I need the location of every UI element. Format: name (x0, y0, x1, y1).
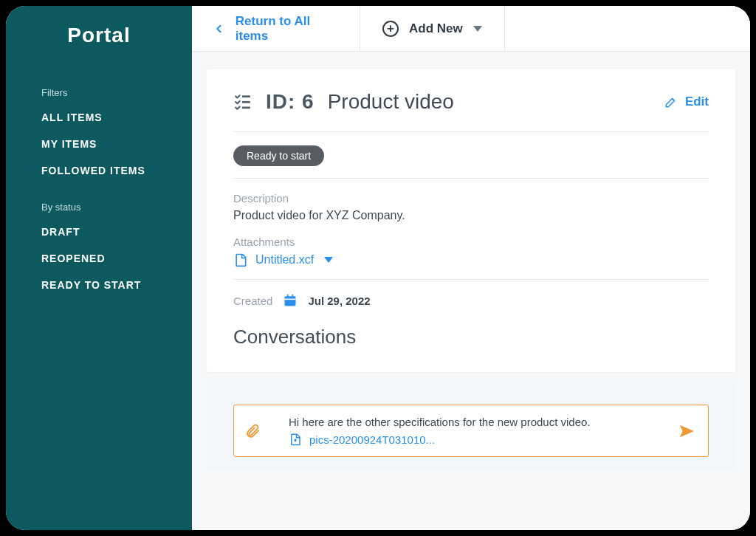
chevron-down-icon (324, 257, 333, 263)
add-new-button[interactable]: + Add New (360, 6, 505, 51)
plus-circle-icon: + (382, 21, 399, 37)
calendar-icon (283, 293, 298, 308)
message-text: Hi here are the other specifications for… (271, 416, 668, 428)
message-file-link[interactable]: pics-20200924T031010... (271, 433, 668, 446)
svg-rect-3 (285, 296, 296, 306)
file-icon (289, 433, 302, 446)
paperclip-icon[interactable] (244, 423, 261, 439)
edit-label: Edit (685, 95, 709, 109)
send-icon[interactable] (678, 423, 695, 439)
chevron-left-icon (213, 22, 225, 35)
sidebar-item-followed-items[interactable]: FOLLOWED ITEMS (6, 157, 192, 184)
sidebar-item-ready-to-start[interactable]: READY TO START (6, 272, 192, 298)
title-row: ID: 6 Product video Edit (233, 90, 709, 114)
conversations-heading: Conversations (233, 326, 709, 348)
edit-button[interactable]: Edit (664, 95, 709, 109)
message-input-box[interactable]: Hi here are the other specifications for… (233, 405, 709, 457)
attachment-link[interactable]: Untitled.xcf (233, 252, 709, 267)
svg-rect-5 (287, 295, 289, 298)
file-icon (233, 252, 248, 267)
checklist-icon (233, 92, 252, 111)
sidebar: Portal Filters ALL ITEMS MY ITEMS FOLLOW… (6, 6, 192, 530)
svg-rect-0 (242, 95, 250, 97)
conversations-panel: Hi here are the other specifications for… (207, 379, 735, 469)
filters-heading: Filters (6, 83, 192, 104)
svg-rect-6 (292, 295, 294, 298)
topbar: Return to All items + Add New (192, 6, 750, 52)
divider (233, 131, 709, 132)
sidebar-logo: Portal (6, 24, 192, 47)
status-badge: Ready to start (233, 145, 324, 166)
message-file-name: pics-20200924T031010... (309, 433, 435, 446)
description-text: Product video for XYZ Company. (233, 209, 709, 222)
item-id-label: ID: 6 (266, 90, 315, 114)
item-card: ID: 6 Product video Edit Ready to start … (207, 69, 735, 372)
status-heading: By status (6, 197, 192, 219)
description-heading: Description (233, 192, 709, 205)
sidebar-item-all-items[interactable]: ALL ITEMS (6, 104, 192, 131)
pencil-icon (664, 95, 678, 109)
svg-rect-2 (242, 107, 250, 109)
sidebar-item-reopened[interactable]: REOPENED (6, 245, 192, 272)
divider (233, 279, 709, 280)
divider (233, 178, 709, 179)
chevron-down-icon (473, 26, 482, 32)
attachments-heading: Attachments (233, 236, 709, 248)
svg-rect-1 (242, 101, 250, 103)
attachment-name: Untitled.xcf (255, 253, 314, 267)
message-body: Hi here are the other specifications for… (271, 416, 668, 446)
created-row: Created Jul 29, 2022 (233, 293, 709, 308)
return-to-all-items-button[interactable]: Return to All items (192, 6, 360, 51)
return-label: Return to All items (236, 14, 339, 44)
title-left: ID: 6 Product video (233, 90, 454, 114)
main-panel: ID: 6 Product video Edit Ready to start … (192, 52, 750, 530)
sidebar-item-draft[interactable]: DRAFT (6, 219, 192, 245)
sidebar-item-my-items[interactable]: MY ITEMS (6, 131, 192, 157)
created-label: Created (233, 295, 272, 307)
svg-rect-4 (285, 299, 296, 300)
created-date: Jul 29, 2022 (308, 295, 370, 307)
item-title: Product video (328, 90, 454, 114)
content-area: Return to All items + Add New (192, 6, 750, 530)
add-new-label: Add New (409, 21, 463, 36)
app-frame: Portal Filters ALL ITEMS MY ITEMS FOLLOW… (6, 6, 750, 530)
